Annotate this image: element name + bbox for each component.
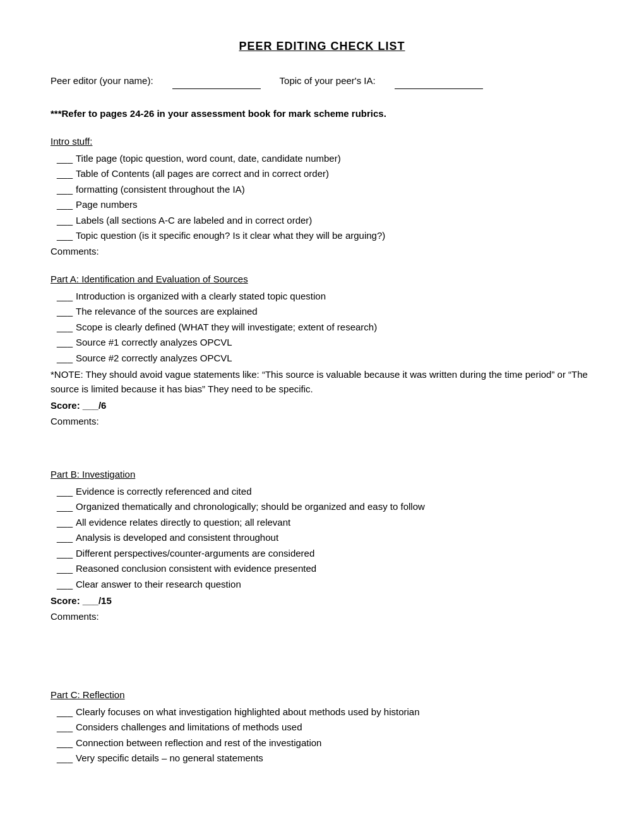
list-item: ___ Source #1 correctly analyzes OPCVL xyxy=(51,335,593,350)
item-text: Analysis is developed and consistent thr… xyxy=(76,531,593,545)
intro-section: Intro stuff: ___ Title page (topic quest… xyxy=(51,135,593,258)
item-text: Organized thematically and chronological… xyxy=(76,500,593,514)
page-title: PEER EDITING CHECK LIST xyxy=(51,38,593,55)
check-blank: ___ xyxy=(57,351,75,366)
peer-editor-field[interactable] xyxy=(172,74,261,89)
list-item: ___ All evidence relates directly to que… xyxy=(51,516,593,530)
item-text: Very specific details – no general state… xyxy=(76,751,593,766)
list-item: ___ Labels (all sections A-C are labeled… xyxy=(51,214,593,228)
check-blank: ___ xyxy=(57,577,75,592)
list-item: ___ Introduction is organized with a cle… xyxy=(51,289,593,304)
topic-label: Topic of your peer's IA: xyxy=(280,74,376,89)
check-blank: ___ xyxy=(57,531,75,545)
check-blank: ___ xyxy=(57,229,75,243)
list-item: ___ Page numbers xyxy=(51,198,593,212)
list-item: ___ Title page (topic question, word cou… xyxy=(51,152,593,166)
part-a-score: Score: ___/6 xyxy=(51,399,593,413)
check-blank: ___ xyxy=(57,705,75,720)
check-blank: ___ xyxy=(57,500,75,514)
part-a-title: Part A: Identification and Evaluation of… xyxy=(51,272,248,287)
list-item: ___ Scope is clearly defined (WHAT they … xyxy=(51,320,593,335)
check-blank: ___ xyxy=(57,562,75,576)
check-blank: ___ xyxy=(57,183,75,197)
check-blank: ___ xyxy=(57,152,75,166)
item-text: Source #2 correctly analyzes OPCVL xyxy=(76,351,593,366)
list-item: ___ Evidence is correctly referenced and… xyxy=(51,485,593,499)
list-item: ___ Considers challenges and limitations… xyxy=(51,720,593,735)
check-blank: ___ xyxy=(57,547,75,561)
item-text: Different perspectives/counter-arguments… xyxy=(76,547,593,561)
item-text: Labels (all sections A-C are labeled and… xyxy=(76,214,593,228)
part-c-section: Part C: Reflection ___ Clearly focuses o… xyxy=(51,688,593,766)
item-text: Evidence is correctly referenced and cit… xyxy=(76,485,593,499)
part-b-section: Part B: Investigation ___ Evidence is co… xyxy=(51,468,593,624)
item-text: Reasoned conclusion consistent with evid… xyxy=(76,562,593,576)
item-text: Table of Contents (all pages are correct… xyxy=(76,167,593,181)
list-item: ___ Organized thematically and chronolog… xyxy=(51,500,593,514)
check-blank: ___ xyxy=(57,198,75,212)
item-text: Scope is clearly defined (WHAT they will… xyxy=(76,320,593,335)
peer-editor-label: Peer editor (your name): xyxy=(51,74,153,89)
list-item: ___ Analysis is developed and consistent… xyxy=(51,531,593,545)
check-blank: ___ xyxy=(57,320,75,335)
part-c-title: Part C: Reflection xyxy=(51,688,125,703)
list-item: ___ The relevance of the sources are exp… xyxy=(51,305,593,319)
intro-comments: Comments: xyxy=(51,245,593,259)
check-blank: ___ xyxy=(57,751,75,766)
item-text: All evidence relates directly to questio… xyxy=(76,516,593,530)
check-blank: ___ xyxy=(57,305,75,319)
list-item: ___ Very specific details – no general s… xyxy=(51,751,593,766)
item-text: Topic question (is it specific enough? I… xyxy=(76,229,593,243)
item-text: Introduction is organized with a clearly… xyxy=(76,289,593,304)
check-blank: ___ xyxy=(57,485,75,499)
list-item: ___ Different perspectives/counter-argum… xyxy=(51,547,593,561)
check-blank: ___ xyxy=(57,720,75,735)
check-blank: ___ xyxy=(57,214,75,228)
item-text: Considers challenges and limitations of … xyxy=(76,720,593,735)
check-blank: ___ xyxy=(57,167,75,181)
list-item: ___ formatting (consistent throughout th… xyxy=(51,183,593,197)
item-text: Clear answer to their research question xyxy=(76,577,593,592)
list-item: ___ Topic question (is it specific enoug… xyxy=(51,229,593,243)
list-item: ___ Table of Contents (all pages are cor… xyxy=(51,167,593,181)
item-text: The relevance of the sources are explain… xyxy=(76,305,593,319)
item-text: Source #1 correctly analyzes OPCVL xyxy=(76,335,593,350)
header-line: Peer editor (your name): Topic of your p… xyxy=(51,74,593,89)
part-b-title: Part B: Investigation xyxy=(51,468,135,482)
bold-note: ***Refer to pages 24-26 in your assessme… xyxy=(51,107,593,121)
list-item: ___ Clear answer to their research quest… xyxy=(51,577,593,592)
list-item: ___ Reasoned conclusion consistent with … xyxy=(51,562,593,576)
check-blank: ___ xyxy=(57,289,75,304)
check-blank: ___ xyxy=(57,335,75,350)
intro-title: Intro stuff: xyxy=(51,135,92,149)
part-b-comments: Comments: xyxy=(51,610,593,624)
item-text: Clearly focuses on what investigation hi… xyxy=(76,705,593,720)
check-blank: ___ xyxy=(57,736,75,751)
item-text: formatting (consistent throughout the IA… xyxy=(76,183,593,197)
item-text: Page numbers xyxy=(76,198,593,212)
list-item: ___ Clearly focuses on what investigatio… xyxy=(51,705,593,720)
list-item: ___ Connection between reflection and re… xyxy=(51,736,593,751)
part-b-score: Score: ___/15 xyxy=(51,594,593,608)
item-text: Title page (topic question, word count, … xyxy=(76,152,593,166)
list-item: ___ Source #2 correctly analyzes OPCVL xyxy=(51,351,593,366)
part-a-comments: Comments: xyxy=(51,414,593,429)
part-a-note: *NOTE: They should avoid vague statement… xyxy=(51,368,593,396)
item-text: Connection between reflection and rest o… xyxy=(76,736,593,751)
check-blank: ___ xyxy=(57,516,75,530)
part-a-section: Part A: Identification and Evaluation of… xyxy=(51,272,593,428)
topic-field[interactable] xyxy=(395,74,483,89)
